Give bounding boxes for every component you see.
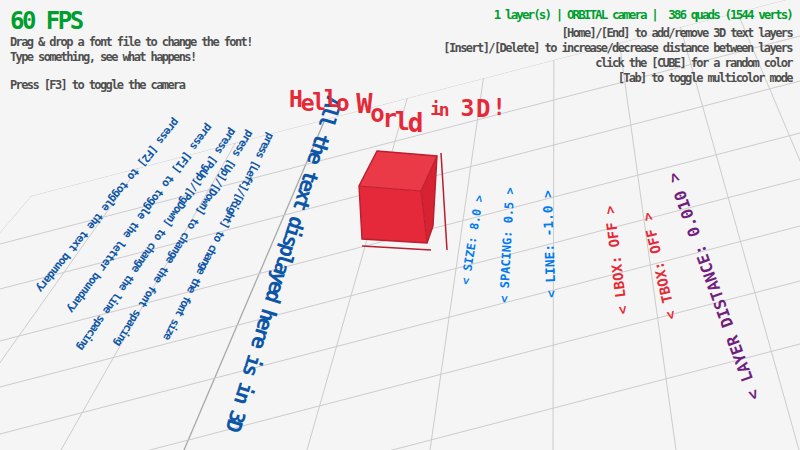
instruction-layers: [Home]/[End] to add/remove 3D text layer…	[561, 27, 792, 39]
wave-char: 3	[460, 97, 472, 120]
instruction-multicolor: [Tab] to toggle multicolor mode	[618, 72, 792, 84]
instruction-toggle-camera: Press [F3] to toggle the camera	[10, 79, 184, 91]
instruction-drag-drop: Drag & drop a font file to change the fo…	[10, 36, 252, 48]
wave-char: l	[395, 109, 408, 134]
wave-char: D	[476, 97, 488, 121]
wave-char: o	[370, 102, 382, 126]
fps-counter: 60 FPS	[10, 9, 82, 33]
wave-text: Hello World in 3D!	[289, 88, 504, 115]
cube-front-face	[359, 186, 427, 243]
instruction-type: Type something, see what happens!	[10, 51, 196, 63]
wave-char: r	[383, 107, 395, 131]
wave-char: o	[336, 92, 348, 115]
wave-char: !	[492, 96, 504, 119]
app-window: All the text displayed here is in 3Dpres…	[0, 0, 800, 450]
wave-char: d	[408, 110, 421, 136]
stats-line: 1 layer(s) | ORBITAL camera | 386 quads …	[494, 9, 792, 22]
wave-char: e	[301, 92, 313, 115]
wave-char: l	[312, 91, 324, 114]
wave-char: W	[356, 90, 370, 117]
wave-char: n	[439, 101, 448, 119]
wave-char: l	[324, 88, 336, 111]
instruction-cube-color: click the [CUBE] for a random color	[595, 57, 792, 69]
cube-wire-bottom	[362, 246, 431, 250]
cube-wire-right	[441, 153, 447, 250]
wave-char: H	[289, 88, 301, 111]
wave-char: i	[430, 100, 439, 118]
red-cube[interactable]	[359, 151, 447, 250]
instruction-layer-distance: [Insert]/[Delete] to increase/decrease d…	[443, 42, 792, 54]
